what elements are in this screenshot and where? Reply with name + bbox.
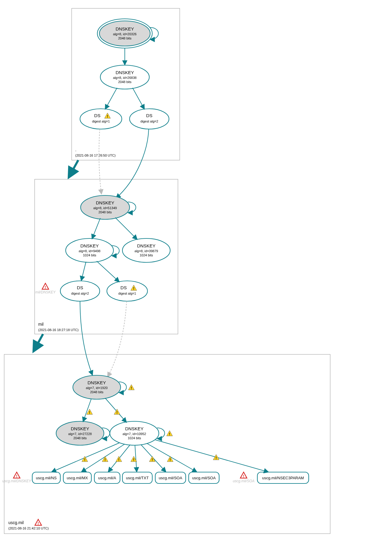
edge-zsk1-ds2 — [81, 262, 86, 281]
node-mil-ds1[interactable]: DS digest alg=1 — [107, 281, 147, 301]
svg-text:alg=8, id=26838: alg=8, id=26838 — [113, 76, 137, 79]
error-icon — [35, 519, 41, 526]
edge-milksk-zsk1 — [92, 218, 100, 239]
svg-text:alg=8, id=20326: alg=8, id=20326 — [113, 32, 137, 36]
zone-label-mil: mil — [38, 322, 44, 327]
node-uscg-zsk2[interactable]: DNSKEY alg=7, id=10952 1024 bits — [110, 421, 159, 445]
svg-text:alg=8, id=39879: alg=8, id=39879 — [135, 249, 158, 253]
svg-text:digest alg=1: digest alg=1 — [118, 292, 136, 295]
error-icon — [13, 472, 20, 478]
edge-milds2-uscgksk — [80, 301, 93, 375]
edge-root-zsk-ds1 — [105, 88, 117, 109]
rrset-ns[interactable]: uscg.mil/NS — [32, 472, 60, 483]
warn-icon — [128, 385, 134, 390]
svg-text:digest alg=2: digest alg=2 — [140, 120, 158, 123]
svg-text:2048 bits: 2048 bits — [73, 436, 87, 440]
svg-point-34 — [107, 281, 147, 301]
rrset-txt[interactable]: uscg.mil/TXT — [122, 472, 152, 483]
svg-text:alg=7, id=10952: alg=7, id=10952 — [123, 432, 146, 436]
svg-text:alg=8, id=9498: alg=8, id=9498 — [79, 249, 101, 253]
svg-text:uscg.mil/A: uscg.mil/A — [98, 476, 116, 480]
edge-zsk2-nsec — [155, 440, 269, 472]
svg-text:2048 bits: 2048 bits — [118, 36, 132, 40]
rrset-nsec[interactable]: uscg.mil/NSEC3PARAM — [257, 472, 309, 483]
mil-side-label: mil/DNSKEY — [35, 290, 56, 294]
edge-root-zsk-ds2 — [133, 88, 144, 109]
node-root-ksk[interactable]: DNSKEY alg=8, id=20326 2048 bits — [97, 19, 152, 48]
svg-text:2048 bits: 2048 bits — [99, 210, 112, 214]
rrset-mx[interactable]: uscg.mil/MX — [63, 472, 91, 483]
svg-text:digest alg=2: digest alg=2 — [71, 292, 89, 295]
svg-text:DS: DS — [121, 285, 127, 290]
svg-text:DNSKEY: DNSKEY — [87, 380, 106, 385]
node-root-ds2[interactable]: DS digest alg=2 — [130, 109, 169, 129]
node-root-ds1[interactable]: DS digest alg=1 — [80, 109, 122, 129]
edge-ds2-milksk — [116, 129, 149, 198]
svg-text:2048 bits: 2048 bits — [118, 80, 132, 84]
zone-label-uscg: uscg.mil — [8, 520, 24, 525]
svg-text:DNSKEY: DNSKEY — [125, 426, 144, 431]
node-uscg-ksk[interactable]: DNSKEY alg=7, id=1920 2048 bits — [73, 375, 121, 399]
svg-text:DS: DS — [77, 285, 83, 290]
node-root-zsk[interactable]: DNSKEY alg=8, id=26838 2048 bits — [100, 65, 149, 89]
edge-uscgksk-zsk2 — [105, 398, 127, 423]
edge-milds1-uscgksk-dashed — [107, 301, 127, 377]
svg-text:digest alg=1: digest alg=1 — [92, 120, 110, 123]
zone-label-root: . — [75, 147, 76, 152]
node-mil-ksk[interactable]: DNSKEY alg=8, id=51349 2048 bits — [81, 195, 130, 219]
warn-icon — [167, 431, 173, 436]
warn-icon — [114, 409, 120, 415]
node-mil-zsk1[interactable]: DNSKEY alg=8, id=9498 1024 bits — [66, 238, 113, 262]
warn-icon — [102, 456, 108, 462]
svg-point-31 — [60, 281, 100, 301]
rrset-soa1[interactable]: uscg.mil/SOA — [155, 472, 186, 483]
warn-icon — [213, 454, 219, 460]
svg-text:DNSKEY: DNSKEY — [80, 243, 99, 248]
warn-icon — [116, 456, 122, 462]
node-mil-ds2[interactable]: DS digest alg=2 — [60, 281, 100, 301]
node-mil-zsk2[interactable]: DNSKEY alg=8, id=39879 1024 bits — [122, 238, 170, 262]
svg-text:DNSKEY: DNSKEY — [71, 426, 89, 431]
uscg-side-dnskey: uscg.mil/DNSKEY — [2, 479, 32, 483]
svg-text:alg=7, id=1920: alg=7, id=1920 — [86, 386, 108, 390]
edge-ds1-milksk-dashed — [99, 129, 102, 194]
svg-text:uscg.mil/NS: uscg.mil/NS — [36, 476, 57, 480]
rrset-a[interactable]: uscg.mil/A — [94, 472, 120, 483]
node-uscg-zsk1[interactable]: DNSKEY alg=7, id=27228 2048 bits — [56, 421, 104, 445]
svg-text:1024 bits: 1024 bits — [128, 436, 141, 440]
svg-text:uscg.mil/SOA: uscg.mil/SOA — [159, 476, 182, 480]
svg-text:1024 bits: 1024 bits — [140, 253, 153, 257]
svg-text:DS: DS — [94, 113, 101, 118]
dnssec-graph: ! ! . (2021-08-16 17:26:50 UTC) DNSKEY a… — [0, 0, 392, 548]
svg-text:DNSKEY: DNSKEY — [96, 200, 114, 205]
edge-milksk-zsk2 — [115, 218, 137, 240]
edge-zsk2-soa2 — [147, 443, 197, 472]
zone-ts-mil: (2021-08-16 18:27:18 UTC) — [38, 328, 79, 332]
svg-text:DNSKEY: DNSKEY — [116, 70, 134, 75]
zone-box-uscg — [4, 354, 330, 534]
error-icon — [42, 283, 49, 290]
svg-point-16 — [130, 109, 169, 129]
edge-zsk1-ds1 — [97, 261, 119, 282]
svg-point-13 — [80, 109, 122, 129]
svg-text:2048 bits: 2048 bits — [90, 390, 104, 394]
zone-ts-root: (2021-08-16 17:26:50 UTC) — [75, 154, 116, 157]
svg-text:uscg.mil/NSEC3PARAM: uscg.mil/NSEC3PARAM — [262, 476, 304, 480]
svg-text:uscg.mil/SOA: uscg.mil/SOA — [192, 476, 216, 480]
svg-text:uscg.mil/TXT: uscg.mil/TXT — [126, 476, 149, 480]
uscg-side-soa: uscg.mil/SOA — [233, 479, 255, 483]
svg-text:DNSKEY: DNSKEY — [137, 243, 156, 248]
rrset-soa2[interactable]: uscg.mil/SOA — [189, 472, 219, 483]
error-icon — [240, 472, 247, 478]
svg-text:alg=7, id=27228: alg=7, id=27228 — [68, 432, 92, 436]
svg-text:1024 bits: 1024 bits — [83, 253, 96, 257]
svg-text:DS: DS — [146, 113, 153, 118]
svg-text:alg=8, id=51349: alg=8, id=51349 — [93, 206, 117, 210]
svg-text:uscg.mil/MX: uscg.mil/MX — [67, 476, 88, 480]
zone-ts-uscg: (2021-08-16 21:42:10 UTC) — [8, 526, 49, 530]
zone-edge-mil-uscg — [33, 334, 43, 351]
zone-edge-root-mil — [69, 160, 78, 177]
svg-text:DNSKEY: DNSKEY — [116, 26, 134, 31]
warn-icon — [167, 456, 173, 462]
